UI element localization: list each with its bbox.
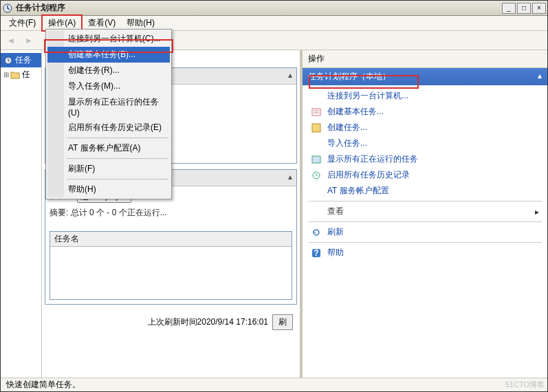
refresh-icon [311,227,322,238]
action-dropdown: 连接到另一台计算机(C)... 创建基本任务(B)... 创建任务(R)... … [45,29,172,199]
action-connect[interactable]: 连接到另一台计算机... [303,88,547,104]
history-icon [311,170,322,181]
action-at-account-label: AT 服务帐户配置 [327,185,389,197]
folder-icon [10,71,20,79]
minimize-button[interactable]: _ [502,3,516,14]
action-help-label: 帮助 [327,247,344,259]
tree-root-label: 任务 [15,54,32,66]
status-summary: 摘要: 总计 0 个 - 0 个正在运行... [50,207,292,219]
svg-text:?: ? [314,248,318,258]
menu-show-running[interactable]: 显示所有正在运行的任务(U) [47,94,170,120]
action-separator [308,242,542,243]
action-refresh[interactable]: 刷新 [303,224,547,240]
menu-help[interactable]: 帮助(H) [121,16,160,30]
menu-connect[interactable]: 连接到另一台计算机(C)... [47,31,170,47]
chevron-up-icon[interactable]: ▴ [538,71,542,83]
action-create-basic-label: 创建基本任务... [327,106,384,118]
action-create-basic-task[interactable]: 创建基本任务... [303,104,547,120]
action-create-task[interactable]: 创建任务... [303,120,547,135]
create-basic-task-icon [311,107,322,118]
menu-import-task[interactable]: 导入任务(M)... [47,78,170,94]
action-separator [308,221,542,222]
action-enable-history-label: 启用所有任务历史记录 [327,169,410,181]
menu-separator [67,179,168,179]
action-refresh-label: 刷新 [327,226,344,238]
actions-pane: 操作 任务计划程序（本地） ▴ 连接到另一台计算机... 创建基本任务... 创… [300,50,547,378]
action-view[interactable]: 查看 ▸ [303,204,547,219]
chevron-up-icon[interactable]: ▴ [288,172,292,184]
action-show-running[interactable]: 显示所有正在运行的任务 [303,151,547,167]
task-grid[interactable]: 任务名 [50,231,292,300]
chevron-right-icon: ▸ [535,207,539,217]
menu-view[interactable]: 查看(V) [83,16,121,30]
window-title: 任务计划程序 [16,2,501,14]
svg-rect-4 [312,156,320,163]
forward-icon: ► [21,33,36,48]
menu-separator [67,138,168,138]
help-icon: ? [311,248,322,259]
last-refresh-label: 上次刷新时间2020/9/14 17:16:01 [148,316,268,328]
menu-at-account[interactable]: AT 服务帐户配置(A) [47,140,170,156]
back-icon: ◄ [3,33,19,48]
grid-col-name[interactable]: 任务名 [50,232,292,247]
tree-panel: 任务 ⊞ 任 [1,50,42,378]
create-task-icon [311,122,322,133]
action-import-label: 导入任务... [327,138,367,149]
actions-subheader-label: 任务计划程序（本地） [308,71,391,83]
expand-icon[interactable]: ⊞ [3,71,9,78]
menu-create-task[interactable]: 创建任务(R)... [47,63,170,78]
actions-header: 操作 [303,50,547,68]
tree-child[interactable]: ⊞ 任 [1,67,41,82]
actions-subheader[interactable]: 任务计划程序（本地） ▴ [303,68,547,85]
action-show-running-label: 显示所有正在运行的任务 [327,153,418,165]
titlebar: 任务计划程序 _ □ × [1,1,547,16]
tree-root[interactable]: 任务 [1,53,41,67]
action-view-label: 查看 [327,206,344,217]
status-text: 快速创建简单任务。 [6,379,80,391]
action-enable-history[interactable]: 启用所有任务历史记录 [303,167,547,183]
menu-refresh[interactable]: 刷新(F) [47,161,170,177]
action-separator [308,201,542,202]
task-scheduler-icon [2,3,13,14]
action-create-task-label: 创建任务... [327,122,367,133]
watermark: 51CTO博客 [505,380,545,390]
action-import-task[interactable]: 导入任务... [303,135,547,151]
menu-create-basic-task[interactable]: 创建基本任务(B)... [47,47,170,63]
status-body: 在以... 近 24 小时 摘要: 总计 0 个 - 0 个正在运行... 任务… [45,186,296,304]
task-scheduler-icon [3,56,13,65]
menu-file[interactable]: 文件(F) [3,16,41,30]
refresh-row: 上次刷新时间2020/9/14 17:16:01 刷 [45,310,297,334]
action-help[interactable]: ? 帮助 [303,245,547,261]
refresh-button[interactable]: 刷 [272,314,293,330]
menu-enable-history[interactable]: 启用所有任务历史记录(E) [47,120,170,135]
tree-child-label: 任 [22,69,30,80]
svg-rect-2 [312,109,320,116]
chevron-up-icon[interactable]: ▴ [288,70,292,82]
statusbar: 快速创建简单任务。 [1,378,547,391]
app-window: 任务计划程序 _ □ × 文件(F) 操作(A) 查看(V) 帮助(H) ◄ ►… [0,0,548,392]
svg-rect-3 [312,124,320,132]
action-at-account[interactable]: AT 服务帐户配置 [303,183,547,199]
running-tasks-icon [311,154,322,165]
action-connect-label: 连接到另一台计算机... [327,90,408,102]
menu-separator [67,158,168,159]
close-button[interactable]: × [532,3,546,14]
actions-list: 连接到另一台计算机... 创建基本任务... 创建任务... 导入任务... 显… [303,85,547,378]
menu-dropdown-help[interactable]: 帮助(H) [47,182,170,197]
maximize-button[interactable]: □ [517,3,531,14]
